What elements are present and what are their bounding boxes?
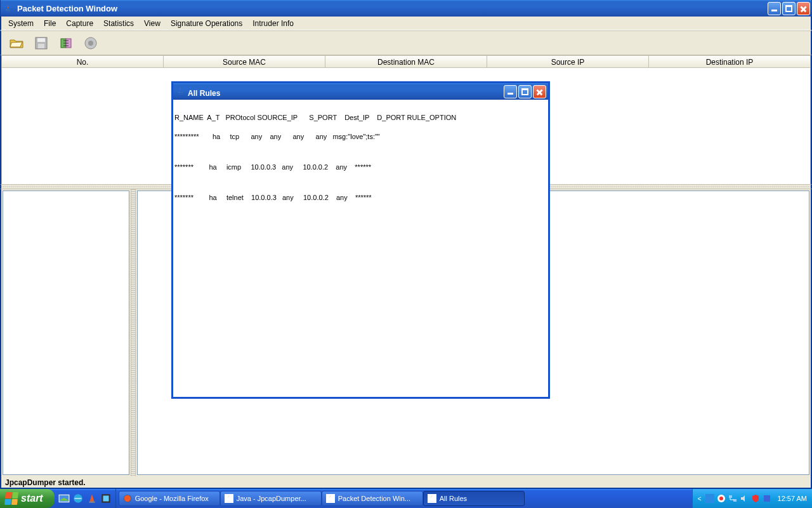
menu-system[interactable]: System [4, 17, 38, 30]
ql-app[interactable] [100, 493, 112, 504]
maximize-button[interactable] [782, 2, 796, 15]
taskbar-clock[interactable]: 12:57 AM [775, 495, 807, 502]
toolbar [0, 30, 812, 55]
vertical-splitter[interactable] [131, 189, 136, 476]
status-bar: JpcapDumper started. [0, 476, 812, 489]
all-rules-text[interactable]: R_NAME A_T PROtocol SOURCE_IP S_PORT Des… [173, 100, 548, 224]
start-label: start [21, 493, 43, 504]
col-no[interactable]: No. [2, 56, 164, 67]
svg-rect-2 [38, 44, 44, 48]
close-button[interactable] [797, 2, 810, 15]
task-packet-detection[interactable]: Packet Detection Win... [322, 491, 423, 506]
ql-ie[interactable] [72, 493, 84, 504]
svg-rect-16 [705, 494, 714, 503]
task-label: Google - Mozilla Firefox [135, 495, 209, 502]
task-java-jpcap[interactable]: Java - JpcapDumper... [220, 491, 322, 506]
system-tray[interactable]: < 12:57 AM [692, 489, 812, 508]
java-icon [326, 494, 335, 503]
tray-icon[interactable] [763, 494, 771, 503]
svg-rect-19 [729, 495, 732, 498]
rule-row [174, 181, 547, 184]
svg-rect-9 [89, 502, 95, 503]
rule-row [174, 150, 547, 153]
minimize-button[interactable] [768, 2, 781, 15]
svg-point-6 [88, 41, 93, 46]
inner-minimize-button[interactable] [504, 85, 517, 98]
task-label: Packet Detection Win... [338, 495, 410, 502]
col-source-mac[interactable]: Source MAC [164, 56, 325, 67]
menu-intruder-info[interactable]: Intruder Info [248, 17, 298, 30]
main-window-titlebar: Packet Detection Window [0, 0, 812, 17]
task-all-rules[interactable]: All Rules [423, 491, 525, 506]
inner-close-button[interactable] [533, 85, 546, 98]
main-window-title: Packet Detection Window [17, 4, 117, 13]
menu-capture[interactable]: Capture [62, 17, 98, 30]
tray-chevron-icon[interactable]: < [698, 495, 702, 502]
menu-statistics[interactable]: Statistics [99, 17, 138, 30]
svg-rect-1 [37, 38, 45, 42]
svg-rect-15 [428, 494, 436, 503]
capture-button[interactable] [53, 32, 78, 54]
task-items: Google - Mozilla Firefox Java - JpcapDum… [116, 489, 692, 508]
tray-icon[interactable] [705, 494, 714, 503]
packet-table-header: No. Source MAC Destination MAC Source IP… [1, 55, 811, 68]
open-file-button[interactable] [4, 32, 29, 54]
tray-shield-icon[interactable] [751, 494, 760, 503]
col-dest-ip[interactable]: Destination IP [649, 56, 810, 67]
svg-rect-14 [326, 494, 335, 503]
rule-row: ******* ha icmp 10.0.0.3 any 10.0.0.2 an… [174, 162, 547, 172]
svg-rect-11 [103, 496, 108, 502]
col-dest-mac[interactable]: Destination MAC [325, 56, 487, 67]
svg-point-18 [719, 497, 723, 500]
rule-row: ******* ha telnet 10.0.0.3 any 10.0.0.2 … [174, 192, 547, 203]
rules-header: R_NAME A_T PROtocol SOURCE_IP S_PORT Des… [174, 112, 547, 123]
tray-network-icon[interactable] [728, 494, 737, 503]
tray-volume-icon[interactable] [740, 494, 749, 503]
tree-pane [3, 190, 129, 475]
task-firefox[interactable]: Google - Mozilla Firefox [119, 491, 220, 506]
all-rules-title: All Rules [188, 89, 220, 98]
java-icon [428, 494, 436, 503]
rule-row: ********* ha tcp any any any any msg:"lo… [174, 131, 547, 142]
menu-file[interactable]: File [39, 17, 60, 30]
col-source-ip[interactable]: Source IP [487, 56, 649, 67]
all-rules-window: All Rules R_NAME A_T PROtocol SOURCE_IP … [171, 81, 550, 399]
menu-signature-operations[interactable]: Signature Operations [166, 17, 247, 30]
java-icon [176, 86, 186, 96]
inner-maximize-button[interactable] [518, 85, 532, 98]
ql-vlc[interactable] [86, 493, 98, 504]
menubar: System File Capture Statistics View Sign… [0, 17, 812, 30]
taskbar: start Google - Mozilla Firefox Java - Jp… [0, 489, 812, 508]
java-icon [3, 3, 13, 13]
firefox-icon [123, 494, 132, 503]
task-label: Java - JpcapDumper... [237, 495, 306, 502]
quick-launch [55, 489, 116, 508]
save-button[interactable] [29, 32, 53, 54]
all-rules-titlebar[interactable]: All Rules [173, 83, 548, 100]
start-button[interactable]: start [0, 489, 55, 508]
menu-view[interactable]: View [140, 17, 165, 30]
task-label: All Rules [440, 495, 467, 502]
svg-rect-13 [225, 494, 233, 503]
windows-logo-icon [4, 492, 18, 505]
tray-icon[interactable] [717, 494, 726, 503]
svg-rect-21 [764, 495, 770, 502]
ql-show-desktop[interactable] [58, 493, 70, 504]
java-icon [225, 494, 233, 503]
stop-button[interactable] [78, 32, 103, 54]
